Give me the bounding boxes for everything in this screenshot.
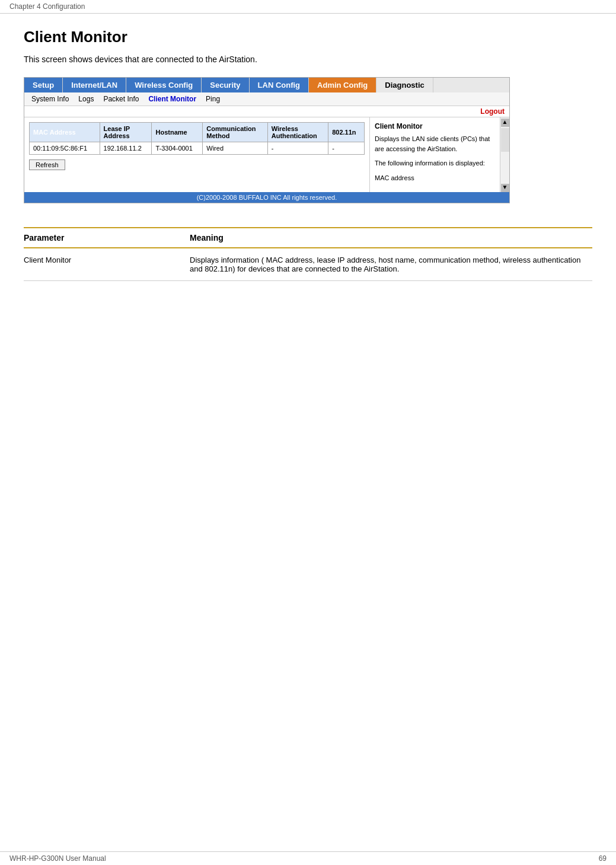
manual-label: WHR-HP-G300N User Manual [9, 854, 106, 863]
sidebar-text3: MAC address [375, 173, 495, 183]
subnav-client-monitor[interactable]: Client Monitor [143, 94, 201, 104]
col-lease-ip: Lease IPAddress [100, 123, 152, 142]
table-row: Client Monitor Displays information ( MA… [24, 248, 592, 281]
col-80211n: 802.11n [328, 123, 365, 142]
top-bar: Chapter 4 Configuration [0, 0, 616, 14]
nav-admin-config[interactable]: Admin Config [309, 78, 376, 92]
subnav-packet-info[interactable]: Packet Info [98, 94, 143, 104]
parameter-section: Parameter Meaning Client Monitor Display… [24, 227, 592, 281]
logout-link[interactable]: Logout [480, 107, 505, 116]
cell-ip: 192.168.11.2 [100, 142, 152, 155]
col-comm-method: CommunicationMethod [203, 123, 267, 142]
subnav-logs[interactable]: Logs [74, 94, 98, 104]
nav-bar: Setup Internet/LAN Wireless Config Secur… [24, 78, 509, 92]
col-mac-address: MAC Address [30, 123, 100, 142]
bottom-bar: WHR-HP-G300N User Manual 69 [0, 851, 616, 865]
page-content: Client Monitor This screen shows devices… [0, 14, 616, 305]
nav-internet-lan[interactable]: Internet/LAN [63, 78, 126, 92]
nav-security[interactable]: Security [202, 78, 249, 92]
subnav-ping[interactable]: Ping [201, 94, 225, 104]
subnav-system-info[interactable]: System Info [27, 94, 74, 104]
col-hostname: Hostname [152, 123, 203, 142]
table-row: 00:11:09:5C:86:F1 192.168.11.2 T-3304-00… [30, 142, 365, 155]
logout-bar: Logout [24, 106, 509, 117]
page-title: Client Monitor [24, 28, 592, 46]
page-number: 69 [599, 854, 607, 863]
param-name: Client Monitor [24, 248, 190, 281]
sub-nav: System Info Logs Packet Info Client Moni… [24, 92, 509, 106]
screenshot-box: Setup Internet/LAN Wireless Config Secur… [24, 77, 510, 203]
cell-hostname: T-3304-0001 [152, 142, 203, 155]
sidebar-text2: The following information is displayed: [375, 158, 495, 168]
sidebar-text1: Displays the LAN side clients (PCs) that… [375, 134, 495, 154]
client-monitor-table: MAC Address Lease IPAddress Hostname Com… [29, 122, 365, 155]
refresh-button[interactable]: Refresh [29, 159, 65, 170]
screenshot-sidebar: Client Monitor Displays the LAN side cli… [369, 117, 500, 192]
scroll-up-icon[interactable]: ▲ [501, 119, 509, 127]
chapter-label: Chapter 4 Configuration [9, 2, 85, 11]
nav-lan-config[interactable]: LAN Config [250, 78, 309, 92]
col-wireless-auth: WirelessAuthentication [267, 123, 328, 142]
cell-method: Wired [203, 142, 267, 155]
cell-auth: - [267, 142, 328, 155]
screenshot-footer: (C)2000-2008 BUFFALO INC All rights rese… [24, 192, 509, 203]
screenshot-main: MAC Address Lease IPAddress Hostname Com… [24, 117, 509, 192]
cell-n: - [328, 142, 365, 155]
nav-wireless-config[interactable]: Wireless Config [126, 78, 202, 92]
nav-setup[interactable]: Setup [24, 78, 63, 92]
screenshot-left: MAC Address Lease IPAddress Hostname Com… [24, 117, 369, 192]
param-col-header: Parameter [24, 228, 190, 248]
scrollbar[interactable]: ▲ ▼ [500, 117, 509, 192]
sidebar-title: Client Monitor [375, 122, 495, 130]
page-description: This screen shows devices that are conne… [24, 55, 592, 64]
scroll-thumb[interactable] [501, 128, 509, 152]
meaning-col-header: Meaning [190, 228, 592, 248]
parameter-table: Parameter Meaning Client Monitor Display… [24, 227, 592, 281]
cell-mac: 00:11:09:5C:86:F1 [30, 142, 100, 155]
nav-diagnostic[interactable]: Diagnostic [376, 78, 433, 92]
scroll-down-icon[interactable]: ▼ [501, 184, 509, 192]
param-meaning: Displays information ( MAC address, leas… [190, 248, 592, 281]
